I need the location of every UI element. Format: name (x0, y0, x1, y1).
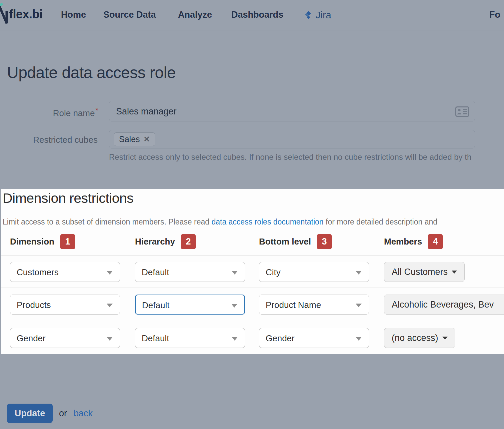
role-name-label-text: Role name (53, 108, 95, 118)
back-link[interactable]: back (74, 408, 93, 419)
nav-item-source-data[interactable]: Source Data (103, 10, 156, 20)
page: flex.bi Home Source Data Analyze Dashboa… (0, 0, 504, 429)
nav-item-forum-partial[interactable]: Fo (489, 10, 500, 20)
panel-title: Dimension restrictions (3, 190, 133, 206)
annotation-badge-2: 2 (181, 234, 196, 249)
description-suffix: for more detailed description and (324, 218, 437, 226)
chevron-down-icon (232, 337, 238, 341)
bottom-level-select-row3[interactable]: Gender (259, 328, 369, 348)
brand-wordmark[interactable]: flex.bi (9, 7, 43, 21)
chevron-down-icon (107, 304, 113, 307)
restricted-cubes-input[interactable]: Sales ✕ (109, 130, 475, 148)
annotation-badge-3: 3 (317, 234, 332, 249)
select-value: Gender (266, 333, 295, 344)
update-button[interactable]: Update (7, 404, 53, 423)
bottom-level-select-row1[interactable]: City (259, 262, 369, 282)
dimension-select-row3[interactable]: Gender (10, 328, 120, 348)
select-value: Gender (17, 333, 46, 344)
nav-item-analyze[interactable]: Analyze (178, 10, 212, 20)
chevron-down-icon (356, 337, 362, 341)
chevron-down-icon (231, 304, 237, 308)
page-title: Update data access role (7, 63, 176, 82)
cube-tag-sales[interactable]: Sales ✕ (114, 132, 155, 146)
nav-item-jira-label: Jira (316, 10, 331, 21)
role-name-input[interactable]: Sales manager (109, 101, 475, 121)
required-asterisk: * (95, 106, 98, 114)
column-label: Members (384, 237, 422, 247)
bottom-level-select-row2[interactable]: Product Name (259, 295, 369, 315)
select-value: Customers (17, 267, 59, 278)
divider (1, 255, 504, 256)
select-value: Default (142, 267, 169, 278)
members-dropdown-row1[interactable]: All Customers (384, 262, 465, 282)
column-header-members: Members 4 (384, 234, 443, 249)
chevron-down-icon (232, 271, 238, 275)
column-label: Bottom level (259, 237, 311, 247)
members-value: All Customers (392, 267, 448, 277)
jira-icon (304, 11, 313, 20)
role-name-label: Role name* (0, 106, 98, 118)
column-label: Dimension (10, 237, 54, 247)
hierarchy-select-row1[interactable]: Default (135, 262, 245, 282)
footer-divider (7, 386, 504, 386)
hierarchy-select-row2-focused[interactable]: Default (135, 295, 245, 315)
column-header-bottom-level: Bottom level 3 (259, 234, 332, 249)
members-dropdown-row3[interactable]: (no access) (384, 328, 455, 348)
description-prefix: Limit access to a subset of dimension me… (3, 218, 211, 226)
remove-tag-icon[interactable]: ✕ (144, 135, 150, 144)
panel-description: Limit access to a subset of dimension me… (3, 218, 504, 227)
divider (1, 321, 504, 321)
select-value: City (266, 267, 281, 278)
chevron-down-icon (356, 304, 362, 307)
column-header-dimension: Dimension 1 (10, 234, 75, 249)
annotation-badge-1: 1 (60, 234, 75, 249)
members-value: Alcoholic Beverages, Bev (392, 300, 494, 310)
chevron-down-icon (356, 271, 362, 275)
documentation-link[interactable]: data access roles documentation (211, 218, 323, 226)
select-value: Default (142, 300, 169, 311)
cube-tag-label: Sales (119, 134, 140, 144)
column-header-hierarchy: Hierarchy 2 (135, 234, 196, 249)
members-value: (no access) (392, 333, 438, 343)
caret-down-icon (452, 271, 457, 274)
members-dropdown-row2[interactable]: Alcoholic Beverages, Bev (384, 295, 504, 315)
hierarchy-select-row3[interactable]: Default (135, 328, 245, 348)
dimension-restrictions-panel: Dimension restrictions Limit access to a… (1, 189, 504, 354)
dimension-select-row2[interactable]: Products (10, 295, 120, 315)
select-value: Default (142, 333, 169, 344)
column-label: Hierarchy (135, 237, 175, 247)
chevron-down-icon (107, 337, 113, 341)
contact-card-icon (455, 106, 469, 117)
restricted-cubes-help: Restrict access only to selected cubes. … (109, 152, 504, 162)
nav-item-dashboards[interactable]: Dashboards (231, 10, 283, 20)
chevron-down-icon (107, 271, 113, 275)
nav-item-jira[interactable]: Jira (304, 10, 331, 21)
annotation-badge-4: 4 (428, 234, 443, 249)
or-text: or (59, 408, 67, 419)
restricted-cubes-label: Restricted cubes (0, 135, 98, 145)
select-value: Product Name (266, 300, 321, 310)
dimension-select-row1[interactable]: Customers (10, 262, 120, 282)
select-value: Products (17, 300, 51, 310)
divider (1, 288, 504, 288)
role-name-value: Sales manager (116, 106, 177, 117)
caret-down-icon (442, 337, 448, 340)
nav-item-home[interactable]: Home (61, 10, 86, 20)
top-nav: flex.bi Home Source Data Analyze Dashboa… (0, 0, 504, 30)
